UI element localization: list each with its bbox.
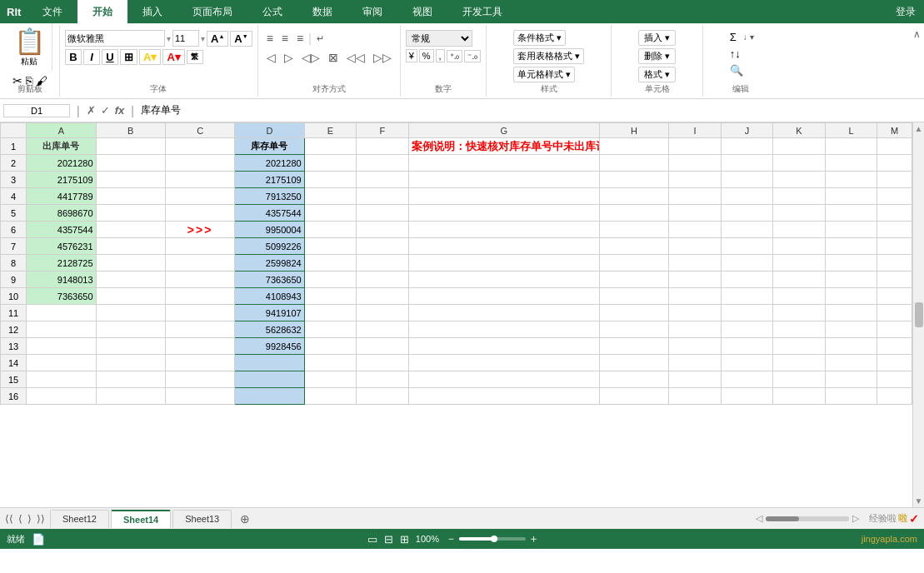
- cell-K6[interactable]: [773, 222, 826, 238]
- cell-D8[interactable]: 2599824: [235, 255, 304, 272]
- cell-L1[interactable]: [825, 138, 877, 155]
- cell-C11[interactable]: [165, 305, 234, 321]
- cell-H11[interactable]: [599, 305, 668, 321]
- cell-F13[interactable]: [357, 338, 409, 355]
- cell-M14[interactable]: [877, 355, 912, 371]
- sheet-tab-sheet14[interactable]: Sheet14: [111, 510, 171, 528]
- cell-G1[interactable]: 案例说明：快速核对库存单号中未出库订单: [408, 138, 599, 155]
- cell-E11[interactable]: [304, 305, 357, 321]
- cell-J5[interactable]: [721, 205, 773, 222]
- cell-A1[interactable]: 出库单号: [27, 138, 96, 155]
- cell-E10[interactable]: [304, 288, 357, 305]
- cell-L9[interactable]: [825, 272, 877, 288]
- align-center-button[interactable]: ▷: [281, 49, 297, 66]
- cell-F4[interactable]: [357, 188, 409, 205]
- cell-C3[interactable]: [165, 172, 234, 188]
- cell-E13[interactable]: [304, 338, 357, 355]
- cell-G10[interactable]: [408, 288, 599, 305]
- cell-J10[interactable]: [721, 288, 773, 305]
- cell-C10[interactable]: [165, 288, 234, 305]
- insert-button[interactable]: 插入 ▾: [638, 30, 676, 46]
- ribbon-collapse-button[interactable]: ∧: [912, 27, 922, 42]
- cell-F6[interactable]: [357, 222, 409, 238]
- cell-A6[interactable]: 4357544: [27, 222, 96, 238]
- cell-B10[interactable]: [96, 288, 165, 305]
- cell-G3[interactable]: [408, 172, 599, 188]
- sort-button[interactable]: ↑↓: [727, 47, 744, 61]
- underline-button[interactable]: U: [102, 49, 118, 65]
- cell-I9[interactable]: [669, 272, 722, 288]
- cell-M16[interactable]: [877, 388, 912, 405]
- cell-G14[interactable]: [408, 355, 599, 371]
- delete-button[interactable]: 删除 ▾: [638, 48, 676, 64]
- cell-F2[interactable]: [357, 155, 409, 172]
- cell-A13[interactable]: [27, 338, 96, 355]
- cell-F16[interactable]: [357, 388, 409, 405]
- col-header-G[interactable]: G: [408, 123, 599, 138]
- login-button[interactable]: 登录: [896, 0, 924, 23]
- cell-J6[interactable]: [721, 222, 773, 238]
- tab-insert[interactable]: 插入: [127, 0, 177, 23]
- cell-M10[interactable]: [877, 288, 912, 305]
- cell-B15[interactable]: [96, 371, 165, 388]
- cell-H8[interactable]: [599, 255, 668, 272]
- zoom-in-button[interactable]: ＋: [528, 531, 539, 546]
- cell-A16[interactable]: [27, 388, 96, 405]
- cell-L6[interactable]: [825, 222, 877, 238]
- cell-B1[interactable]: [96, 138, 165, 155]
- decrease-font-button[interactable]: A▼: [230, 31, 252, 47]
- paste-button[interactable]: 📋 粘贴: [7, 23, 52, 71]
- cell-J3[interactable]: [721, 172, 773, 188]
- cell-B9[interactable]: [96, 272, 165, 288]
- number-format-selector[interactable]: 常规: [406, 30, 472, 47]
- cell-C15[interactable]: [165, 371, 234, 388]
- cell-K9[interactable]: [773, 272, 826, 288]
- currency-button[interactable]: ¥: [406, 49, 417, 62]
- cell-style-button[interactable]: 单元格样式 ▾: [513, 67, 575, 82]
- cell-G6[interactable]: [408, 222, 599, 238]
- cell-M5[interactable]: [877, 205, 912, 222]
- border-button[interactable]: ⊞: [120, 49, 137, 65]
- font-name-selector[interactable]: [65, 30, 165, 47]
- cell-F15[interactable]: [357, 371, 409, 388]
- cell-B11[interactable]: [96, 305, 165, 321]
- zoom-handle[interactable]: [491, 536, 497, 542]
- cell-J4[interactable]: [721, 188, 773, 205]
- cell-M6[interactable]: [877, 222, 912, 238]
- font-size-selector[interactable]: [172, 30, 199, 47]
- align-top-right-button[interactable]: ≡: [293, 30, 307, 47]
- percent-button[interactable]: %: [419, 49, 434, 62]
- cell-E6[interactable]: [304, 222, 357, 238]
- cell-I8[interactable]: [669, 255, 722, 272]
- tab-home[interactable]: 开始: [77, 0, 127, 23]
- cell-G7[interactable]: [408, 238, 599, 255]
- cell-G15[interactable]: [408, 371, 599, 388]
- cell-E12[interactable]: [304, 321, 357, 338]
- cell-C1[interactable]: [165, 138, 234, 155]
- cell-K8[interactable]: [773, 255, 826, 272]
- sheet-next-button[interactable]: ⟩: [26, 513, 33, 525]
- cell-E3[interactable]: [304, 172, 357, 188]
- decrease-decimal-button[interactable]: ⁻.₀: [464, 50, 481, 62]
- cell-A8[interactable]: 2128725: [27, 255, 96, 272]
- cell-I14[interactable]: [669, 355, 722, 371]
- cell-D16[interactable]: [235, 388, 304, 405]
- cell-H4[interactable]: [599, 188, 668, 205]
- cell-H6[interactable]: [599, 222, 668, 238]
- cell-J16[interactable]: [721, 388, 773, 405]
- cell-C9[interactable]: [165, 272, 234, 288]
- cell-I15[interactable]: [669, 371, 722, 388]
- cell-I13[interactable]: [669, 338, 722, 355]
- scroll-thumb[interactable]: [915, 302, 923, 327]
- cell-K11[interactable]: [773, 305, 826, 321]
- zoom-slider[interactable]: [459, 537, 526, 541]
- cell-J9[interactable]: [721, 272, 773, 288]
- cell-H12[interactable]: [599, 321, 668, 338]
- cell-M9[interactable]: [877, 272, 912, 288]
- scroll-h-thumb[interactable]: [766, 516, 799, 521]
- cell-I6[interactable]: [669, 222, 722, 238]
- cell-F11[interactable]: [357, 305, 409, 321]
- cell-F5[interactable]: [357, 205, 409, 222]
- tab-developer[interactable]: 开发工具: [447, 0, 517, 23]
- col-header-I[interactable]: I: [669, 123, 722, 138]
